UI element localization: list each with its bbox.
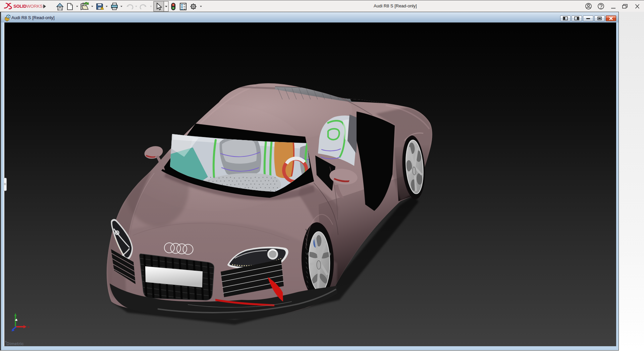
- svg-text:SOLIDWORKS: SOLIDWORKS: [13, 4, 43, 9]
